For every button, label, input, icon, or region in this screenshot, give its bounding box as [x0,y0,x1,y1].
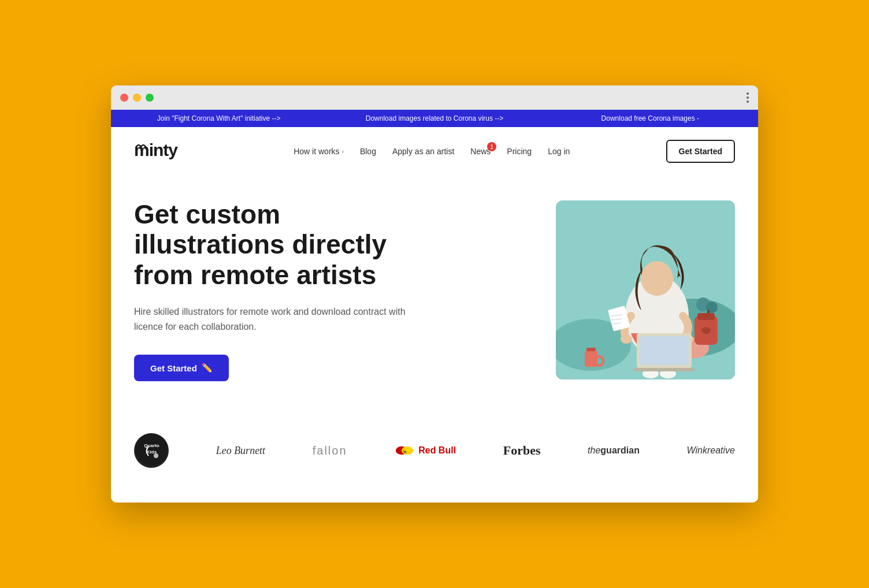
window-controls [120,94,154,102]
hero-illustration [556,200,735,379]
nav-pricing[interactable]: Pricing [507,147,532,156]
svg-text:minty: minty [134,140,178,159]
logo-fallon: fallon [313,444,347,457]
browser-window: Join "Fight Corona With Art" initiative … [111,85,758,503]
svg-rect-21 [697,313,715,320]
logo[interactable]: minty [134,139,198,165]
nav-apply-as-artist[interactable]: Apply as an artist [392,147,454,156]
hero-get-started-button[interactable]: Get Started ✏️ [134,355,229,381]
nav-blog[interactable]: Blog [360,147,376,156]
nav-links: How it works › Blog Apply as an artist N… [294,147,570,156]
nav-how-it-works[interactable]: How it works › [294,147,344,156]
svg-rect-24 [586,348,596,351]
hero-section: Get custom illustrations directly from r… [111,176,758,416]
announcement-item-2[interactable]: Download images related to Corona virus … [326,114,542,122]
svg-point-19 [641,261,673,296]
browser-chrome [111,85,758,110]
nav-login[interactable]: Log in [548,147,570,156]
logo-quarto-kids: Quarto Kids [134,433,169,468]
hero-description: Hire skilled illustrators for remote wor… [134,304,411,334]
announcement-item-1[interactable]: Join "Fight Corona With Art" initiative … [111,114,326,122]
announcement-item-3[interactable]: Download free Corona images - [543,114,758,122]
logo-winkreative: Winkreative [687,445,735,456]
logo-leo-burnett: Leo Burnett [216,445,266,457]
svg-text:Quarto: Quarto [144,443,159,448]
minimize-button[interactable] [133,94,141,102]
close-button[interactable] [120,94,128,102]
svg-point-13 [621,334,632,344]
maximize-button[interactable] [146,94,154,102]
svg-rect-16 [640,336,689,365]
pencil-icon: ✏️ [202,363,213,373]
logos-section: Quarto Kids Leo Burnett fallon [111,416,758,503]
svg-rect-17 [634,368,695,371]
navbar: minty How it works › Blog Apply as an ar… [111,127,758,176]
hero-cta-label: Get Started [150,363,197,373]
svg-point-32 [154,453,158,458]
browser-menu[interactable] [747,92,749,103]
announcement-bar: Join "Fight Corona With Art" initiative … [111,110,758,127]
hero-content: Get custom illustrations directly from r… [134,199,411,382]
svg-text:🐂: 🐂 [403,449,407,454]
chevron-down-icon: › [342,148,344,155]
svg-rect-23 [585,351,597,367]
logo-forbes: Forbes [503,443,541,458]
nav-news[interactable]: News [470,147,491,156]
logo-guardian: theguardian [588,445,640,456]
nav-get-started-button[interactable]: Get Started [666,140,735,163]
svg-point-22 [701,327,711,334]
hero-title: Get custom illustrations directly from r… [134,199,411,291]
logo-redbull: 🐂 Red Bull [394,442,456,459]
